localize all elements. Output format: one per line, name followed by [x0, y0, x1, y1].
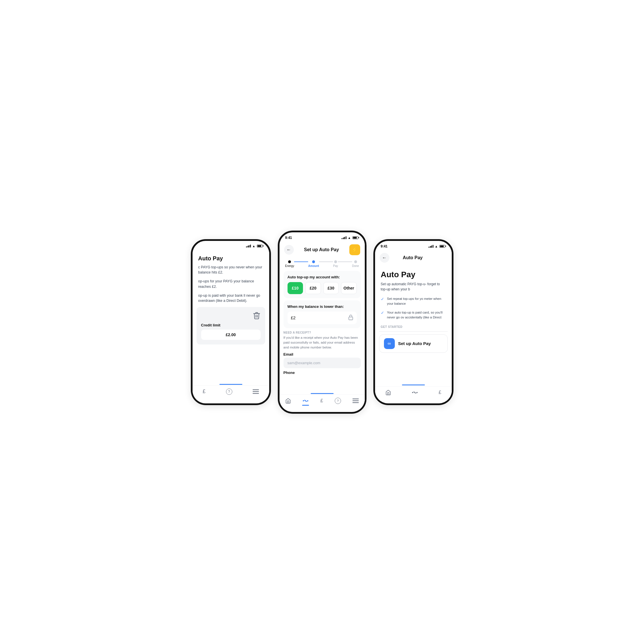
- amount-btn-30[interactable]: £30: [323, 282, 339, 294]
- left-bottom-nav: £ ?: [193, 385, 269, 401]
- center-status-bar: 9:41 ▲: [280, 232, 365, 241]
- left-nav-menu[interactable]: [253, 389, 259, 394]
- left-para1: c PAYG top-ups so you never when your ba…: [198, 265, 263, 276]
- amount-btn-10[interactable]: £10: [288, 282, 303, 294]
- email-label: Email: [284, 352, 361, 356]
- balance-row: £2: [288, 312, 357, 324]
- credit-limit-value: £2.00: [201, 330, 261, 340]
- step-amount: Amount: [308, 260, 319, 267]
- center-nav-title: Set up Auto Pay: [304, 247, 339, 252]
- right-status-icons: ▲: [429, 245, 446, 248]
- svg-rect-2: [253, 393, 259, 394]
- signal-icon: [246, 245, 251, 247]
- trash-icon[interactable]: [253, 312, 261, 321]
- battery-icon: [257, 245, 263, 247]
- setup-autopay-label: Set up Auto Pay: [398, 341, 431, 346]
- svg-rect-0: [253, 389, 259, 390]
- setup-autopay-button[interactable]: ∞ Set up Auto Pay: [379, 334, 448, 353]
- right-status-bar: 9:41 ▲: [375, 241, 452, 250]
- left-para2: op-ups for your PAYG your balance reache…: [198, 279, 263, 290]
- center-nav-help[interactable]: ?: [335, 398, 341, 404]
- right-signal-icon: [429, 245, 433, 248]
- svg-point-12: [417, 392, 418, 393]
- center-wifi-icon: ▲: [348, 236, 351, 239]
- check-text-2: Your auto top-up is paid card, so you'll…: [387, 310, 446, 320]
- left-para3: op-up is paid with your bank ll never go…: [198, 293, 263, 304]
- right-blue-bar: [402, 385, 425, 385]
- right-hero-title: Auto Pay: [375, 265, 452, 282]
- center-bottom-nav: £ ?: [280, 395, 365, 410]
- right-nav-home[interactable]: [385, 390, 391, 395]
- svg-rect-7: [352, 399, 359, 399]
- center-nav-bar: ← Set up Auto Pay ⚡: [280, 241, 365, 258]
- receipt-label: NEED A RECEIPT?: [284, 331, 361, 334]
- check-item-1: ✓ Set repeat top-ups for yo meter when y…: [375, 295, 452, 308]
- right-time: 9:41: [381, 244, 388, 248]
- receipt-text: If you'd like a receipt when your Auto P…: [284, 335, 361, 350]
- right-nav-usage[interactable]: [412, 391, 418, 395]
- right-nav-title: Auto Pay: [403, 255, 423, 260]
- left-content: c PAYG top-ups so you never when your ba…: [193, 265, 269, 304]
- credit-limit-card: Credit limit £2.00: [197, 307, 265, 344]
- right-bottom-nav: £: [375, 387, 452, 401]
- amount-buttons: £10 £20 £30 Other: [288, 282, 357, 294]
- amount-btn-other[interactable]: Other: [341, 282, 357, 294]
- center-time: 9:41: [285, 236, 292, 240]
- email-input[interactable]: sam@example.com: [284, 358, 361, 368]
- center-signal-icon: [342, 236, 346, 239]
- center-back-button[interactable]: ←: [284, 245, 294, 255]
- wifi-icon: ▲: [252, 244, 255, 248]
- balance-card-title: When my balance is lower than:: [288, 304, 357, 309]
- center-bolt-button[interactable]: ⚡: [349, 244, 360, 255]
- balance-card: When my balance is lower than: £2: [284, 300, 361, 328]
- right-nav-bar: ← Auto Pay: [375, 250, 452, 265]
- svg-rect-8: [352, 400, 359, 401]
- step-pay: Pay: [333, 260, 338, 267]
- svg-rect-1: [253, 391, 259, 392]
- right-back-button[interactable]: ←: [380, 253, 389, 263]
- lock-icon: [348, 314, 353, 321]
- step-energy: Energy: [285, 260, 294, 267]
- left-nav-money[interactable]: £: [203, 389, 205, 395]
- right-phone: 9:41 ▲ ← Auto Pay: [373, 239, 453, 405]
- amount-card: Auto top-up my account with: £10 £20 £30…: [284, 271, 361, 298]
- center-screen: ← Set up Auto Pay ⚡ Energy Amount: [280, 241, 365, 410]
- right-battery-icon: [439, 245, 446, 248]
- amount-btn-20[interactable]: £20: [305, 282, 321, 294]
- svg-rect-9: [352, 402, 359, 403]
- svg-rect-3: [349, 317, 353, 320]
- phone-label: Phone: [284, 370, 361, 375]
- amount-card-title: Auto top-up my account with:: [288, 275, 357, 279]
- center-nav-menu[interactable]: [352, 399, 359, 403]
- check-icon-2: ✓: [381, 310, 384, 320]
- check-item-2: ✓ Your auto top-up is paid card, so you'…: [375, 309, 452, 321]
- setup-autopay-icon: ∞: [384, 338, 395, 349]
- check-icon-1: ✓: [381, 297, 384, 306]
- right-screen: ← Auto Pay Auto Pay Set up automatic PAY…: [375, 250, 452, 401]
- svg-point-10: [412, 392, 413, 393]
- bolt-icon: ⚡: [352, 247, 358, 253]
- center-nav-money[interactable]: £: [320, 398, 323, 404]
- left-status-icons: ▲: [246, 244, 263, 248]
- left-status-bar: 9:41 ▲: [193, 241, 269, 249]
- center-status-icons: ▲: [342, 236, 359, 239]
- check-text-1: Set repeat top-ups for yo meter when you…: [387, 296, 446, 306]
- step-done: Done: [352, 260, 359, 267]
- center-battery-icon: [352, 236, 359, 239]
- left-title: Auto Pay: [193, 249, 269, 265]
- left-screen: Auto Pay c PAYG top-ups so you never whe…: [193, 249, 269, 401]
- right-nav-money[interactable]: £: [439, 390, 441, 395]
- left-blue-bar: [219, 384, 242, 385]
- center-blue-bar: [311, 393, 334, 394]
- center-phone: 9:41 ▲ ← Set up Auto Pay: [278, 231, 366, 414]
- center-stepper: Energy Amount Pay Done: [280, 258, 365, 269]
- credit-limit-label: Credit limit: [201, 323, 221, 327]
- center-nav-usage[interactable]: [302, 399, 309, 403]
- phones-container: 9:41 ▲ Auto Pay c PAYG top-up: [165, 231, 479, 414]
- center-nav-home[interactable]: [285, 398, 291, 404]
- get-started-label: GET STARTED: [375, 321, 452, 330]
- right-wifi-icon: ▲: [435, 245, 438, 248]
- left-phone: 9:41 ▲ Auto Pay c PAYG top-up: [191, 239, 271, 405]
- left-nav-help[interactable]: ?: [226, 389, 232, 395]
- right-hero-text: Set up automatic PAYG top-u- forget to t…: [375, 282, 452, 295]
